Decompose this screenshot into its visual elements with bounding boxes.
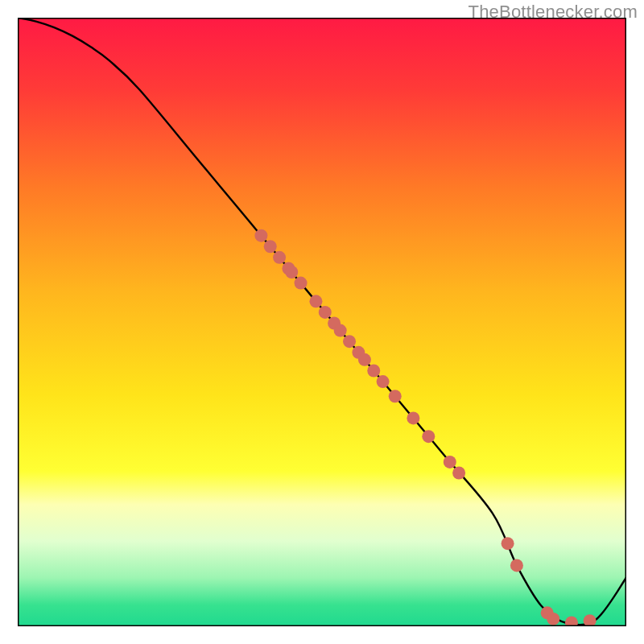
watermark-text: TheBottlenecker.com	[469, 2, 638, 23]
data-dot	[319, 306, 332, 319]
data-dot	[510, 559, 523, 572]
data-dot	[444, 456, 456, 469]
data-dot	[547, 613, 559, 625]
chart-svg	[18, 18, 626, 626]
data-dot	[377, 375, 390, 388]
data-dot	[422, 430, 435, 443]
chart-stage: TheBottlenecker.com	[0, 0, 644, 644]
data-dot	[309, 295, 322, 308]
data-dot	[285, 266, 298, 279]
data-dot	[367, 364, 380, 377]
data-dot	[343, 335, 356, 348]
data-dot	[502, 537, 514, 550]
data-dot	[273, 251, 286, 264]
chart-plot-area	[18, 18, 626, 626]
data-dot	[389, 390, 402, 402]
data-dot	[254, 229, 267, 242]
data-dot	[358, 353, 371, 366]
data-dot	[334, 324, 347, 337]
data-dot	[264, 240, 277, 253]
data-dot	[407, 411, 419, 424]
data-dot	[295, 277, 308, 290]
gradient-background	[18, 18, 626, 626]
data-dot	[452, 466, 465, 479]
